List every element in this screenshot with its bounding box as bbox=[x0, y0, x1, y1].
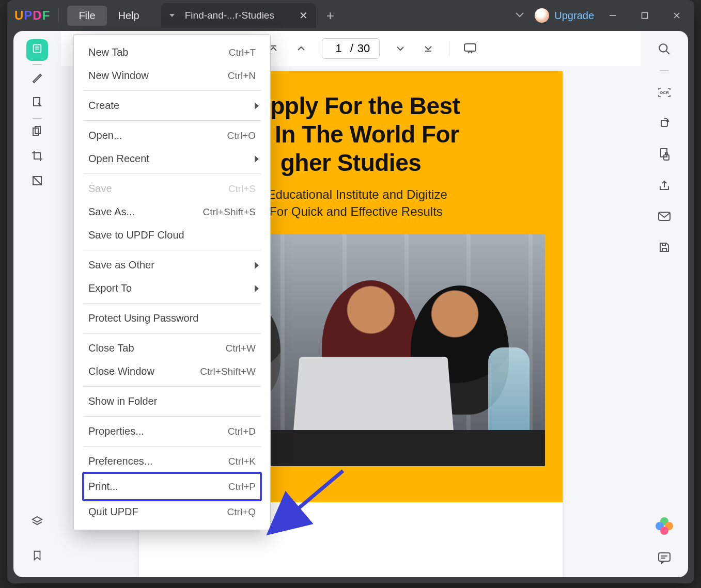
menu-save-other[interactable]: Save as Other bbox=[74, 253, 270, 277]
menu-save-cloud[interactable]: Save to UPDF Cloud bbox=[74, 224, 270, 247]
tab-dropdown-icon[interactable] bbox=[169, 14, 175, 17]
menu-new-window[interactable]: New WindowCtrl+N bbox=[74, 64, 270, 87]
window-maximize-button[interactable] bbox=[631, 5, 658, 26]
tab-close-icon[interactable]: ✕ bbox=[299, 9, 308, 22]
window-close-button[interactable] bbox=[663, 5, 690, 26]
upgrade-label: Upgrade bbox=[554, 10, 594, 22]
presentation-button[interactable] bbox=[463, 41, 477, 56]
svg-line-16 bbox=[666, 51, 669, 54]
svg-rect-14 bbox=[464, 44, 476, 51]
edit-page-icon bbox=[31, 96, 43, 112]
window-minimize-button[interactable] bbox=[599, 5, 626, 26]
left-sidebar bbox=[13, 31, 61, 577]
menu-save: SaveCtrl+S bbox=[74, 177, 270, 200]
submenu-arrow-icon bbox=[255, 102, 259, 109]
menu-open-recent[interactable]: Open Recent bbox=[74, 147, 270, 170]
menu-properties[interactable]: Properties...Ctrl+D bbox=[74, 420, 270, 443]
total-pages: 30 bbox=[357, 42, 370, 55]
last-page-button[interactable] bbox=[421, 41, 435, 56]
edit-tool-button[interactable] bbox=[26, 93, 48, 115]
menu-print[interactable]: Print...Ctrl+P bbox=[83, 473, 261, 500]
bookmark-button[interactable] bbox=[26, 546, 48, 568]
menu-save-as[interactable]: Save As...Ctrl+Shift+S bbox=[74, 200, 270, 224]
menu-preferences[interactable]: Preferences...Ctrl+K bbox=[74, 450, 270, 473]
menu-protect-password[interactable]: Protect Using Password bbox=[74, 307, 270, 330]
ocr-button[interactable]: OCR bbox=[655, 83, 674, 102]
annotation-arrow-icon bbox=[286, 466, 353, 525]
menu-close-window[interactable]: Close WindowCtrl+Shift+W bbox=[74, 360, 270, 383]
email-button[interactable] bbox=[655, 206, 674, 226]
highlighter-icon bbox=[31, 71, 43, 87]
svg-line-27 bbox=[294, 471, 343, 512]
divider bbox=[449, 41, 449, 56]
new-tab-button[interactable]: + bbox=[326, 8, 334, 24]
divider bbox=[33, 118, 42, 119]
tabs-overflow-icon[interactable] bbox=[515, 11, 524, 20]
app-window: UPDF File Help Find-and-...r-Studies ✕ +… bbox=[7, 0, 694, 583]
svg-text:OCR: OCR bbox=[660, 90, 669, 95]
save-file-button[interactable] bbox=[655, 237, 674, 257]
protect-button[interactable] bbox=[655, 145, 674, 164]
chat-button[interactable] bbox=[655, 548, 674, 568]
tab-bar: Find-and-...r-Studies ✕ + bbox=[161, 3, 334, 28]
page-indicator: / 30 bbox=[322, 38, 380, 59]
flower-icon bbox=[656, 517, 673, 535]
layers-icon bbox=[31, 515, 43, 531]
ai-assistant-button[interactable] bbox=[655, 516, 674, 536]
upgrade-button[interactable]: Upgrade bbox=[535, 8, 594, 23]
bookmark-icon bbox=[32, 549, 43, 565]
search-button[interactable] bbox=[655, 39, 674, 59]
titlebar: UPDF File Help Find-and-...r-Studies ✕ +… bbox=[7, 0, 694, 31]
current-page-input[interactable] bbox=[332, 42, 346, 55]
book-icon bbox=[32, 43, 43, 57]
pages-icon bbox=[31, 125, 43, 140]
divider bbox=[58, 8, 59, 23]
svg-rect-22 bbox=[662, 248, 666, 251]
app-logo: UPDF bbox=[14, 8, 50, 23]
organize-pages-button[interactable] bbox=[26, 122, 48, 144]
menu-new-tab[interactable]: New TabCtrl+T bbox=[74, 41, 270, 64]
submenu-arrow-icon bbox=[255, 155, 259, 163]
menu-show-in-folder[interactable]: Show in Folder bbox=[74, 390, 270, 413]
menu-create[interactable]: Create bbox=[74, 94, 270, 117]
rotate-button[interactable] bbox=[655, 114, 674, 133]
svg-point-15 bbox=[659, 44, 667, 52]
next-page-button[interactable] bbox=[393, 41, 408, 56]
layers-button[interactable] bbox=[26, 512, 48, 534]
menu-open[interactable]: Open...Ctrl+O bbox=[74, 124, 270, 147]
crop-icon bbox=[31, 150, 43, 165]
svg-rect-21 bbox=[659, 212, 670, 220]
submenu-arrow-icon bbox=[255, 262, 259, 269]
divider bbox=[660, 70, 669, 71]
file-menu: New TabCtrl+T New WindowCtrl+N Create Op… bbox=[73, 34, 271, 530]
svg-rect-24 bbox=[659, 553, 670, 561]
tab-title: Find-and-...r-Studies bbox=[185, 10, 292, 21]
share-button[interactable] bbox=[655, 176, 674, 195]
submenu-arrow-icon bbox=[255, 285, 259, 292]
menu-quit[interactable]: Quit UPDFCtrl+Q bbox=[74, 500, 270, 523]
redact-tool-button[interactable] bbox=[26, 171, 48, 193]
divider bbox=[33, 64, 42, 65]
redact-icon bbox=[31, 174, 43, 190]
menu-export-to[interactable]: Export To bbox=[74, 277, 270, 300]
document-tab[interactable]: Find-and-...r-Studies ✕ bbox=[161, 3, 316, 28]
menu-help[interactable]: Help bbox=[107, 6, 151, 26]
crop-tool-button[interactable] bbox=[26, 147, 48, 168]
right-sidebar: OCR bbox=[641, 31, 688, 577]
svg-rect-23 bbox=[662, 243, 665, 246]
menu-file[interactable]: File bbox=[67, 6, 106, 26]
svg-rect-1 bbox=[642, 13, 648, 19]
comment-tool-button[interactable] bbox=[26, 68, 48, 90]
menu-close-tab[interactable]: Close TabCtrl+W bbox=[74, 337, 270, 360]
reader-mode-button[interactable] bbox=[26, 39, 48, 61]
prev-page-button[interactable] bbox=[294, 41, 308, 56]
page-sep: / bbox=[350, 42, 353, 55]
avatar-icon bbox=[535, 8, 549, 23]
